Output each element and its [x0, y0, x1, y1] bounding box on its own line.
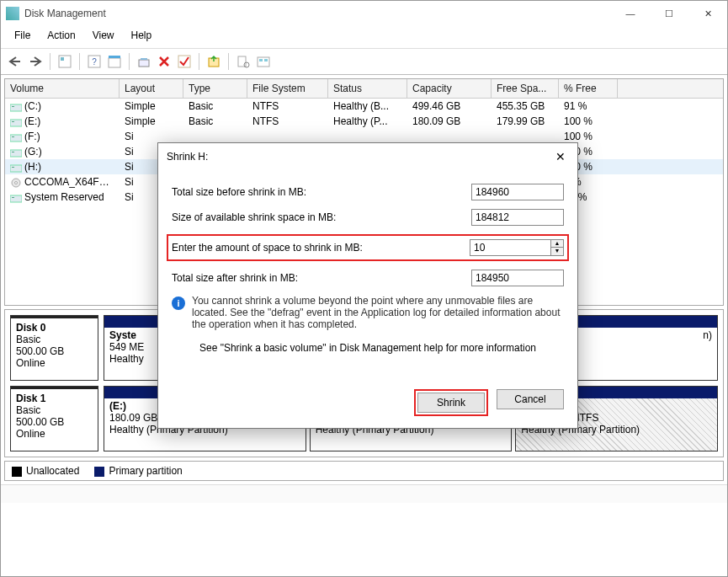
forward-button[interactable]	[26, 52, 45, 71]
check-icon[interactable]	[175, 52, 194, 71]
label-avail: Size of available shrink space in MB:	[172, 211, 471, 223]
svg-point-25	[15, 181, 18, 184]
col-volume[interactable]: Volume	[5, 79, 120, 98]
toolbar-icon-4[interactable]	[135, 52, 153, 71]
svg-rect-6	[139, 60, 149, 67]
svg-rect-21	[12, 152, 14, 152]
close-button[interactable]: ✕	[688, 1, 727, 26]
col-capacity[interactable]: Capacity	[407, 79, 492, 98]
col-status[interactable]: Status	[328, 79, 407, 98]
col-free[interactable]: Free Spa...	[492, 79, 559, 98]
help-text: See "Shrink a basic volume" in Disk Mana…	[172, 342, 564, 354]
disk-label[interactable]: Disk 1Basic500.00 GBOnline	[10, 386, 98, 451]
menu-view[interactable]: View	[84, 28, 123, 43]
titlebar: Disk Management — ☐ ✕	[1, 1, 727, 26]
dialog-close-icon[interactable]: ✕	[552, 150, 569, 163]
svg-rect-13	[264, 59, 268, 61]
col-type[interactable]: Type	[183, 79, 247, 98]
drive-icon	[10, 102, 22, 112]
svg-rect-17	[12, 121, 14, 122]
toolbar-icon-3[interactable]	[105, 52, 124, 71]
legend-primary-swatch	[94, 467, 104, 477]
drive-icon	[10, 147, 22, 158]
menubar: File Action View Help	[1, 26, 727, 49]
svg-rect-11	[258, 57, 269, 67]
toolbar-icon-6[interactable]	[234, 52, 252, 71]
maximize-button[interactable]: ☐	[650, 1, 688, 26]
toolbar: ?	[1, 49, 727, 75]
value-total-after: 184950	[471, 270, 564, 286]
shrink-dialog: Shrink H: ✕ Total size before shrink in …	[157, 142, 578, 429]
shrink-button[interactable]: Shrink	[417, 393, 485, 413]
svg-rect-16	[10, 120, 22, 126]
window-title: Disk Management	[24, 8, 611, 19]
svg-rect-1	[61, 57, 64, 61]
svg-rect-27	[12, 197, 14, 198]
legend-unallocated-swatch	[12, 467, 22, 477]
svg-rect-12	[259, 59, 263, 61]
drive-icon	[10, 193, 22, 203]
svg-text:?: ?	[92, 57, 97, 67]
legend-primary-label: Primary partition	[109, 465, 182, 477]
svg-rect-15	[12, 106, 14, 107]
label-enter-shrink: Enter the amount of space to shrink in M…	[172, 242, 470, 254]
svg-rect-9	[238, 56, 246, 67]
app-icon	[6, 7, 19, 20]
table-row[interactable]: (C:)SimpleBasicNTFSHealthy (B...499.46 G…	[5, 99, 723, 114]
svg-rect-18	[10, 135, 22, 142]
svg-rect-14	[10, 104, 22, 111]
info-text: You cannot shrink a volume beyond the po…	[192, 295, 564, 330]
col-layout[interactable]: Layout	[120, 79, 183, 98]
back-button[interactable]	[6, 52, 24, 71]
toolbar-icon-1[interactable]	[56, 52, 74, 71]
svg-rect-20	[10, 150, 22, 157]
dialog-title: Shrink H:	[167, 151, 552, 163]
spinner-up[interactable]: ▲	[551, 240, 563, 248]
col-pfree[interactable]: % Free	[559, 79, 618, 98]
value-total-before: 184960	[471, 184, 564, 200]
toolbar-icon-5[interactable]	[205, 52, 223, 71]
drive-icon	[10, 117, 22, 127]
svg-rect-22	[10, 165, 22, 172]
toolbar-icon-7[interactable]	[254, 52, 273, 71]
delete-icon[interactable]	[155, 52, 173, 71]
value-avail: 184812	[471, 209, 564, 226]
legend: Unallocated Primary partition	[4, 461, 724, 481]
disk-label[interactable]: Disk 0Basic500.00 GBOnline	[10, 315, 98, 381]
cancel-button[interactable]: Cancel	[497, 389, 564, 409]
legend-unallocated-label: Unallocated	[26, 465, 79, 477]
menu-file[interactable]: File	[6, 28, 39, 43]
svg-rect-5	[109, 56, 120, 58]
label-total-before: Total size before shrink in MB:	[172, 186, 471, 198]
minimize-button[interactable]: —	[611, 1, 650, 26]
menu-action[interactable]: Action	[39, 28, 83, 43]
drive-icon	[10, 163, 22, 173]
disc-icon	[10, 178, 22, 188]
svg-rect-4	[109, 58, 120, 67]
svg-rect-19	[12, 136, 14, 137]
toolbar-icon-2[interactable]: ?	[85, 52, 104, 71]
label-total-after: Total size after shrink in MB:	[172, 272, 471, 284]
spinner-down[interactable]: ▼	[551, 248, 563, 255]
shrink-amount-input[interactable]	[470, 239, 550, 256]
info-icon: i	[172, 297, 185, 310]
col-fs[interactable]: File System	[247, 79, 328, 98]
shrink-amount-spinner[interactable]: ▲ ▼	[470, 239, 564, 256]
drive-icon	[10, 132, 22, 142]
svg-rect-26	[10, 195, 22, 202]
svg-rect-23	[12, 167, 14, 168]
menu-help[interactable]: Help	[123, 28, 161, 43]
partition-box[interactable]: Syste549 MEHealthy	[104, 315, 162, 381]
table-row[interactable]: (E:)SimpleBasicNTFSHealthy (P...180.09 G…	[5, 114, 723, 129]
statusbar	[1, 484, 727, 503]
